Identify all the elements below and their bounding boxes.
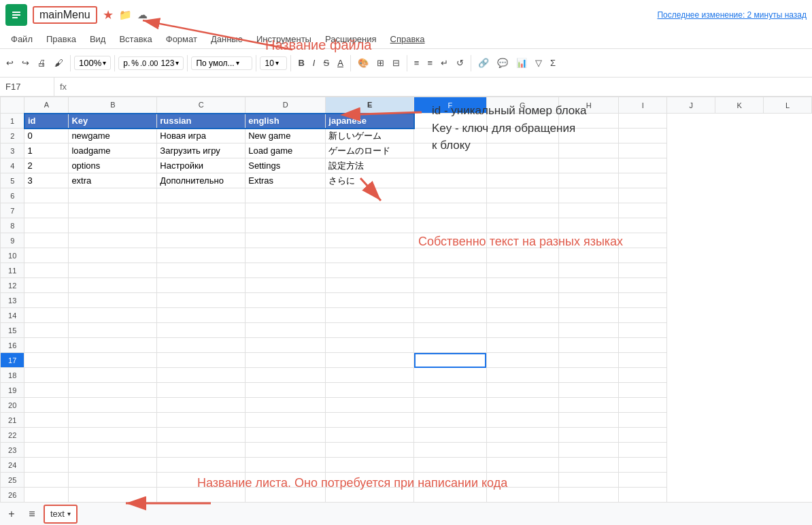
table-cell[interactable] bbox=[69, 428, 157, 443]
table-cell[interactable] bbox=[24, 353, 69, 368]
table-cell[interactable] bbox=[69, 233, 157, 248]
table-cell[interactable] bbox=[619, 188, 667, 203]
table-cell[interactable]: extra bbox=[69, 173, 157, 188]
strikethrough-button[interactable]: S bbox=[320, 55, 333, 71]
table-cell[interactable] bbox=[414, 203, 486, 218]
borders-button[interactable]: ⊞ bbox=[373, 55, 388, 71]
table-cell[interactable] bbox=[157, 413, 246, 428]
menu-file[interactable]: Файл bbox=[5, 33, 38, 46]
table-cell[interactable] bbox=[619, 383, 667, 398]
table-cell[interactable] bbox=[558, 173, 619, 188]
table-cell[interactable] bbox=[157, 293, 246, 308]
table-cell[interactable] bbox=[246, 233, 326, 248]
table-cell[interactable] bbox=[414, 443, 486, 458]
sum-button[interactable]: Σ bbox=[547, 55, 559, 71]
table-cell[interactable] bbox=[619, 428, 667, 443]
table-cell[interactable] bbox=[24, 233, 69, 248]
table-cell[interactable] bbox=[24, 323, 69, 338]
table-cell[interactable]: Settings bbox=[246, 158, 326, 173]
table-cell[interactable] bbox=[486, 338, 558, 353]
table-cell[interactable] bbox=[246, 368, 326, 383]
col-header-e[interactable]: E bbox=[326, 97, 414, 114]
cell-reference[interactable]: F17 bbox=[0, 78, 54, 96]
table-cell[interactable]: 1 bbox=[24, 143, 69, 158]
table-cell[interactable] bbox=[69, 458, 157, 473]
table-cell[interactable]: Key bbox=[69, 114, 157, 129]
table-cell[interactable]: Новая игра bbox=[157, 129, 246, 143]
table-cell[interactable] bbox=[69, 323, 157, 338]
table-cell[interactable] bbox=[486, 233, 558, 248]
table-cell[interactable] bbox=[558, 129, 619, 143]
table-cell[interactable] bbox=[558, 323, 619, 338]
table-cell[interactable] bbox=[558, 443, 619, 458]
table-cell[interactable] bbox=[246, 473, 326, 488]
align-button[interactable]: ≡ bbox=[411, 55, 423, 71]
table-cell[interactable] bbox=[486, 263, 558, 278]
font-size-selector[interactable]: 10 ▾ bbox=[260, 56, 287, 70]
table-cell[interactable] bbox=[558, 158, 619, 173]
table-cell[interactable] bbox=[24, 458, 69, 473]
table-cell[interactable] bbox=[619, 114, 667, 129]
table-cell[interactable] bbox=[414, 263, 486, 278]
table-cell[interactable] bbox=[558, 383, 619, 398]
table-cell[interactable] bbox=[619, 203, 667, 218]
table-cell[interactable] bbox=[69, 278, 157, 293]
table-cell[interactable] bbox=[24, 308, 69, 323]
table-cell[interactable] bbox=[246, 218, 326, 233]
table-cell[interactable] bbox=[414, 143, 486, 158]
table-cell[interactable] bbox=[486, 293, 558, 308]
col-header-k[interactable]: K bbox=[715, 97, 764, 114]
col-header-j[interactable]: J bbox=[667, 97, 715, 114]
table-cell[interactable] bbox=[326, 218, 414, 233]
table-cell[interactable] bbox=[326, 188, 414, 203]
table-cell[interactable] bbox=[69, 218, 157, 233]
table-cell[interactable] bbox=[69, 368, 157, 383]
table-cell[interactable] bbox=[157, 488, 246, 503]
table-cell[interactable] bbox=[246, 443, 326, 458]
table-cell[interactable] bbox=[619, 143, 667, 158]
table-cell[interactable] bbox=[414, 398, 486, 413]
table-cell[interactable] bbox=[326, 323, 414, 338]
menu-extensions[interactable]: Расширения bbox=[320, 33, 382, 46]
table-cell[interactable] bbox=[558, 488, 619, 503]
table-cell[interactable]: id bbox=[24, 114, 69, 129]
table-cell[interactable] bbox=[414, 158, 486, 173]
print-button[interactable]: 🖨 bbox=[34, 55, 50, 71]
table-cell[interactable] bbox=[558, 233, 619, 248]
table-cell[interactable] bbox=[246, 458, 326, 473]
table-cell[interactable] bbox=[619, 443, 667, 458]
table-cell[interactable] bbox=[157, 473, 246, 488]
table-cell[interactable] bbox=[486, 188, 558, 203]
table-cell[interactable] bbox=[558, 338, 619, 353]
table-cell[interactable] bbox=[619, 488, 667, 503]
table-cell[interactable] bbox=[486, 114, 558, 129]
table-cell[interactable] bbox=[619, 323, 667, 338]
redo-button[interactable]: ↪ bbox=[18, 55, 33, 71]
text-color-button[interactable]: A bbox=[334, 55, 347, 71]
table-cell[interactable] bbox=[157, 428, 246, 443]
table-cell[interactable] bbox=[157, 443, 246, 458]
table-cell[interactable] bbox=[619, 233, 667, 248]
table-cell[interactable] bbox=[69, 263, 157, 278]
col-header-c[interactable]: C bbox=[157, 97, 246, 114]
table-cell[interactable] bbox=[414, 114, 486, 129]
table-cell[interactable] bbox=[486, 473, 558, 488]
table-cell[interactable] bbox=[558, 413, 619, 428]
table-cell[interactable] bbox=[246, 398, 326, 413]
menu-view[interactable]: Вид bbox=[84, 33, 112, 46]
table-cell[interactable] bbox=[69, 188, 157, 203]
table-cell[interactable]: Дополнительно bbox=[157, 173, 246, 188]
table-cell[interactable] bbox=[619, 263, 667, 278]
table-cell[interactable] bbox=[414, 473, 486, 488]
table-cell[interactable] bbox=[246, 488, 326, 503]
col-header-i[interactable]: I bbox=[619, 97, 667, 114]
sheet-menu-button[interactable]: ≡ bbox=[23, 505, 41, 523]
table-cell[interactable] bbox=[69, 398, 157, 413]
table-cell[interactable] bbox=[486, 129, 558, 143]
table-cell[interactable] bbox=[414, 488, 486, 503]
table-cell[interactable] bbox=[157, 383, 246, 398]
table-cell[interactable] bbox=[486, 413, 558, 428]
table-cell[interactable] bbox=[69, 413, 157, 428]
table-cell[interactable] bbox=[414, 278, 486, 293]
table-cell[interactable] bbox=[326, 488, 414, 503]
